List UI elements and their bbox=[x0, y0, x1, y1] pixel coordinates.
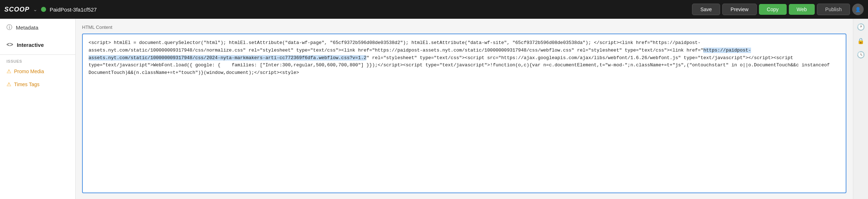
issues-section-label: ISSUES bbox=[0, 56, 75, 65]
publish-button[interactable]: Publish bbox=[817, 4, 850, 15]
user-avatar[interactable]: 👤 bbox=[852, 4, 864, 15]
preview-button[interactable]: Preview bbox=[722, 4, 757, 15]
web-button[interactable]: Web bbox=[789, 4, 815, 15]
warning-icon: ⚠ bbox=[6, 68, 11, 75]
document-name: PaidPost-3fa1cf527 bbox=[50, 6, 688, 13]
code-icon: <> bbox=[6, 41, 13, 48]
main-layout: ⓘ Metadata <> Interactive ISSUES ⚠ Promo… bbox=[0, 19, 868, 199]
chevron-down-icon[interactable]: ⌄ bbox=[33, 6, 37, 12]
doc-status-indicator bbox=[41, 7, 46, 12]
sidebar-divider bbox=[0, 54, 75, 55]
save-button[interactable]: Save bbox=[692, 4, 720, 15]
sidebar-interactive-label: Interactive bbox=[17, 42, 44, 48]
sidebar-metadata-label: Metadata bbox=[16, 25, 39, 31]
sidebar-item-metadata[interactable]: ⓘ Metadata bbox=[0, 19, 75, 36]
lock-icon[interactable]: 🔒 bbox=[857, 37, 864, 44]
warning-icon-2: ⚠ bbox=[6, 81, 11, 88]
content-area: HTML Content <script> htmlEl = document.… bbox=[76, 19, 853, 199]
topbar: SCOOP ⌄ PaidPost-3fa1cf527 Save Preview … bbox=[0, 0, 868, 19]
sidebar-issue-promo-media[interactable]: ⚠ Promo Media bbox=[0, 65, 75, 78]
watch-icon[interactable]: 🕓 bbox=[857, 51, 865, 59]
html-content-text: <script> htmlEl = document.querySelector… bbox=[89, 40, 830, 75]
html-content-label: HTML Content bbox=[82, 25, 846, 30]
sidebar-issue-times-tags[interactable]: ⚠ Times Tags bbox=[0, 78, 75, 91]
sidebar: ⓘ Metadata <> Interactive ISSUES ⚠ Promo… bbox=[0, 19, 76, 199]
copy-button[interactable]: Copy bbox=[759, 4, 787, 15]
issue-promo-media-label: Promo Media bbox=[14, 68, 44, 74]
issue-times-tags-label: Times Tags bbox=[14, 81, 40, 87]
history-icon[interactable]: 🕐 bbox=[857, 23, 865, 31]
info-icon: ⓘ bbox=[6, 24, 12, 31]
sidebar-item-interactive[interactable]: <> Interactive bbox=[0, 36, 75, 53]
html-content-box[interactable]: <script> htmlEl = document.querySelector… bbox=[82, 34, 846, 193]
topbar-actions: Save Preview Copy Web Publish 👤 bbox=[692, 4, 864, 15]
app-logo: SCOOP bbox=[4, 6, 30, 13]
right-panel: 🕐 🔒 🕓 bbox=[853, 19, 868, 199]
